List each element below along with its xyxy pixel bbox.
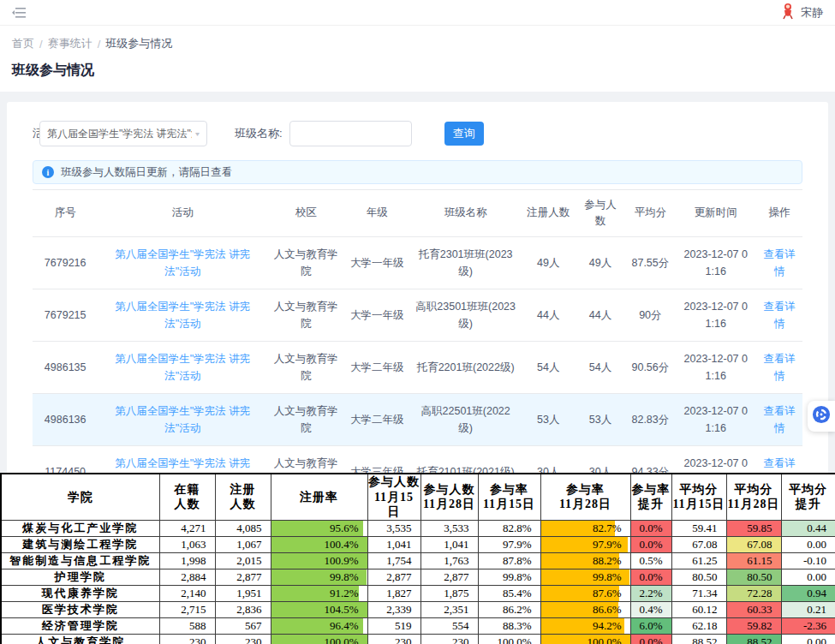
view-detail-link[interactable]: 查看详情 — [763, 405, 796, 434]
stats-cell: 1,763 — [420, 552, 478, 569]
breadcrumb-stats[interactable]: 赛事统计 — [48, 36, 92, 51]
col-activity: 活动 — [98, 190, 267, 237]
stats-cell: 87.6% — [540, 585, 630, 601]
activity-label: 活 — [33, 126, 39, 141]
stats-row: 人文与教育学院230230100.0%230230100.0%100.0%0.0… — [1, 634, 835, 644]
cell-activity: 第八届全国学生"学宪法 讲宪法"活动 — [98, 236, 267, 289]
stats-cell: 1,998 — [159, 552, 215, 569]
stats-cell: 2,015 — [215, 552, 271, 569]
stats-cell-value: 护理学院 — [55, 570, 106, 583]
stats-cell: 59.82 — [726, 617, 781, 634]
activity-link[interactable]: 第八届全国学生"学宪法 讲宪法"活动 — [115, 301, 250, 330]
stats-cell-value: 1,951 — [236, 587, 261, 599]
stats-cell: 71.34 — [671, 585, 726, 601]
stats-cell: 1,067 — [215, 536, 271, 552]
activity-link[interactable]: 第八届全国学生"学宪法 讲宪法"活动 — [115, 353, 250, 382]
cell-participants: 53人 — [576, 393, 625, 445]
cell-class-name: 托育2301班班(2023级) — [409, 236, 521, 289]
stats-col-header: 参与率 11月15日 — [478, 474, 540, 520]
stats-cell: 0.44 — [781, 520, 835, 536]
stats-cell-value: 59.41 — [692, 522, 717, 534]
table-row: 7679216第八届全国学生"学宪法 讲宪法"活动人文与教育学院大学一年级托育2… — [33, 236, 802, 289]
breadcrumb-separator: / — [39, 38, 43, 51]
activity-select[interactable]: 第八届全国学生"学宪法 讲宪法"活动 ▾ — [39, 121, 207, 146]
stats-cell-value: 0.0% — [639, 522, 662, 534]
cell-avg-score: 82.83分 — [625, 393, 675, 445]
stats-col-header: 平均分 11月15日 — [671, 474, 726, 520]
class-table: 序号 活动 校区 年级 班级名称 注册人数 参与人数 平均分 更新时间 操作 7… — [33, 189, 802, 498]
cell-actions: 查看详情 — [756, 341, 802, 393]
stats-cell: 99.8% — [478, 569, 540, 585]
menu-fold-icon[interactable] — [12, 7, 27, 19]
activity-link[interactable]: 第八届全国学生"学宪法 讲宪法"活动 — [115, 248, 250, 277]
class-name-input[interactable] — [289, 121, 412, 146]
stats-cell: 4,271 — [159, 520, 215, 536]
stats-cell-value: 99.8% — [330, 570, 359, 583]
stats-cell: 6.0% — [630, 617, 671, 634]
stats-cell-value: 0.00 — [807, 538, 826, 551]
col-class-name: 班级名称 — [409, 190, 521, 237]
stats-cell: 80.50 — [726, 569, 781, 585]
stats-cell: 80.50 — [671, 569, 726, 585]
college-stats-table: 学院在籍 人数注册 人数注册率参与人数 11月15日参与人数 11月28日参与率… — [0, 473, 835, 644]
stats-cell: 61.25 — [671, 552, 726, 569]
cell-class-name: 高职23501班班(2023级) — [409, 289, 521, 341]
stats-cell: 588 — [159, 617, 215, 634]
stats-cell-college: 建筑与测绘工程学院 — [1, 536, 159, 552]
college-stats-overlay: 学院在籍 人数注册 人数注册率参与人数 11月15日参与人数 11月28日参与率… — [0, 473, 835, 644]
stats-cell: 60.12 — [671, 601, 726, 617]
stats-cell: 0.0% — [630, 569, 671, 585]
stats-cell-value: -2.36 — [803, 619, 826, 632]
stats-cell: 96.4% — [271, 617, 367, 634]
stats-cell-value: 67.08 — [747, 538, 772, 551]
stats-cell-value: 87.8% — [503, 554, 532, 567]
stats-cell: 88.3% — [478, 617, 540, 634]
user-avatar — [780, 3, 796, 23]
stats-cell: 2,836 — [215, 601, 271, 617]
view-detail-link[interactable]: 查看详情 — [763, 301, 796, 330]
stats-cell: 100.4% — [271, 536, 367, 552]
stats-cell: 67.08 — [726, 536, 781, 552]
stats-cell-value: 230 — [452, 635, 469, 644]
stats-cell: 60.33 — [726, 601, 781, 617]
col-avg-score: 平均分 — [625, 190, 675, 237]
stats-cell-value: 80.50 — [747, 570, 772, 583]
search-button[interactable]: 查询 — [444, 122, 484, 146]
cell-grade: 大学二年级 — [344, 393, 409, 445]
stats-cell-value: 88.52 — [747, 635, 772, 644]
stats-cell-value: 2,339 — [386, 603, 411, 616]
stats-cell: 2,877 — [367, 569, 420, 585]
stats-cell: 86.6% — [540, 601, 630, 617]
activity-link[interactable]: 第八届全国学生"学宪法 讲宪法"活动 — [115, 405, 250, 434]
stats-cell-value: 85.4% — [503, 587, 532, 599]
stats-cell-value: 59.85 — [747, 522, 772, 534]
stats-cell-value: 230 — [189, 635, 206, 644]
filter-bar: 活 第八届全国学生"学宪法 讲宪法"活动 ▾ 班级名称: 查询 — [33, 121, 802, 146]
service-swirl-icon — [812, 405, 831, 427]
cell-class-name: 托育2201班(2022级) — [409, 341, 521, 393]
view-detail-link[interactable]: 查看详情 — [763, 353, 796, 382]
stats-cell: 100.9% — [271, 552, 367, 569]
cell-update-time: 2023-12-07 01:16 — [676, 341, 756, 393]
stats-cell-value: 0.00 — [807, 570, 826, 583]
stats-cell-value: 0.44 — [807, 522, 826, 534]
cell-seq: 7679215 — [33, 289, 98, 341]
info-circle-icon: i — [42, 166, 54, 178]
stats-cell: 61.15 — [726, 552, 781, 569]
stats-cell: 519 — [367, 617, 420, 634]
page-header: 首页 / 赛事统计 / 班级参与情况 班级参与情况 — [0, 26, 835, 92]
breadcrumb-home[interactable]: 首页 — [12, 36, 34, 51]
stats-cell: 0.21 — [781, 601, 835, 617]
cell-actions: 查看详情 — [756, 236, 802, 289]
stats-cell: 82.8% — [478, 520, 540, 536]
stats-cell: 554 — [420, 617, 478, 634]
activity-select-value: 第八届全国学生"学宪法 讲宪法"活动 — [47, 127, 192, 141]
stats-cell-value: 2,140 — [181, 587, 206, 599]
stats-cell-value: 2.2% — [639, 587, 662, 599]
floating-widget-button[interactable] — [808, 401, 835, 432]
col-update-time: 更新时间 — [676, 190, 756, 237]
stats-cell: 0.0% — [630, 520, 671, 536]
stats-cell: 88.52 — [726, 634, 781, 644]
view-detail-link[interactable]: 查看详情 — [763, 248, 796, 277]
user-menu[interactable]: 宋静 — [780, 3, 823, 23]
